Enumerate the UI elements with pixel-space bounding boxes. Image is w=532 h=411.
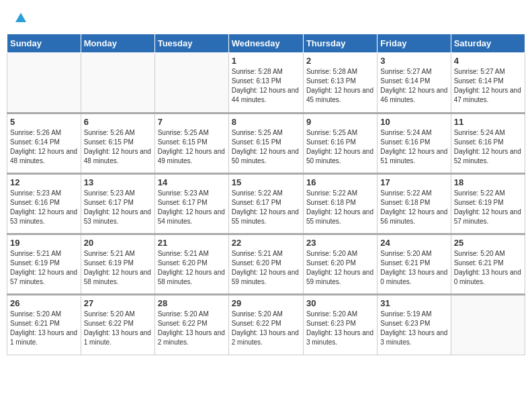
calendar-cell: 20Sunrise: 5:21 AMSunset: 6:19 PMDayligh…: [81, 234, 154, 295]
day-info: Sunrise: 5:21 AMSunset: 6:20 PMDaylight:…: [232, 249, 300, 287]
calendar-cell: 5Sunrise: 5:26 AMSunset: 6:14 PMDaylight…: [7, 113, 81, 174]
day-info: Sunrise: 5:21 AMSunset: 6:20 PMDaylight:…: [158, 249, 226, 287]
calendar-cell: 26Sunrise: 5:20 AMSunset: 6:21 PMDayligh…: [7, 295, 81, 355]
day-number: 26: [10, 298, 78, 308]
calendar-cell: 10Sunrise: 5:24 AMSunset: 6:16 PMDayligh…: [378, 113, 451, 174]
page-header: [7, 7, 525, 27]
day-number: 27: [84, 298, 152, 308]
calendar-cell: 31Sunrise: 5:19 AMSunset: 6:23 PMDayligh…: [378, 295, 451, 355]
day-info: Sunrise: 5:26 AMSunset: 6:14 PMDaylight:…: [10, 128, 78, 166]
calendar-cell: 27Sunrise: 5:20 AMSunset: 6:22 PMDayligh…: [81, 295, 154, 355]
day-number: 20: [84, 238, 152, 248]
calendar-cell: 13Sunrise: 5:23 AMSunset: 6:17 PMDayligh…: [81, 174, 154, 234]
day-info: Sunrise: 5:22 AMSunset: 6:19 PMDaylight:…: [454, 189, 522, 226]
day-number: 24: [380, 238, 447, 248]
weekday-header-friday: Friday: [378, 34, 451, 53]
calendar-cell: 4Sunrise: 5:27 AMSunset: 6:14 PMDaylight…: [451, 53, 525, 113]
calendar-cell: 21Sunrise: 5:21 AMSunset: 6:20 PMDayligh…: [154, 234, 228, 295]
day-number: 4: [454, 56, 522, 66]
weekday-header-tuesday: Tuesday: [154, 34, 228, 53]
day-number: 10: [380, 117, 447, 127]
calendar-cell: 16Sunrise: 5:22 AMSunset: 6:18 PMDayligh…: [303, 174, 377, 234]
calendar-week-row: 5Sunrise: 5:26 AMSunset: 6:14 PMDaylight…: [7, 113, 525, 174]
day-info: Sunrise: 5:25 AMSunset: 6:15 PMDaylight:…: [158, 128, 226, 166]
logo-icon: [15, 11, 27, 24]
day-number: 12: [10, 177, 78, 187]
day-number: 1: [232, 56, 300, 66]
day-info: Sunrise: 5:21 AMSunset: 6:19 PMDaylight:…: [10, 249, 78, 287]
calendar-cell: 15Sunrise: 5:22 AMSunset: 6:17 PMDayligh…: [228, 174, 303, 234]
day-info: Sunrise: 5:20 AMSunset: 6:21 PMDaylight:…: [380, 249, 447, 287]
weekday-header-wednesday: Wednesday: [228, 34, 303, 53]
day-number: 30: [306, 298, 374, 308]
day-info: Sunrise: 5:20 AMSunset: 6:20 PMDaylight:…: [306, 249, 374, 287]
calendar-cell: 9Sunrise: 5:25 AMSunset: 6:16 PMDaylight…: [303, 113, 377, 174]
day-info: Sunrise: 5:20 AMSunset: 6:21 PMDaylight:…: [10, 310, 78, 347]
day-number: 16: [306, 177, 374, 187]
day-info: Sunrise: 5:20 AMSunset: 6:22 PMDaylight:…: [232, 310, 300, 347]
day-info: Sunrise: 5:20 AMSunset: 6:23 PMDaylight:…: [306, 310, 374, 347]
calendar-cell: 17Sunrise: 5:22 AMSunset: 6:18 PMDayligh…: [378, 174, 451, 234]
day-info: Sunrise: 5:21 AMSunset: 6:19 PMDaylight:…: [84, 249, 152, 287]
svg-marker-0: [15, 13, 26, 22]
day-number: 28: [158, 298, 226, 308]
calendar-header-row: SundayMondayTuesdayWednesdayThursdayFrid…: [7, 34, 525, 53]
calendar-cell: 24Sunrise: 5:20 AMSunset: 6:21 PMDayligh…: [378, 234, 451, 295]
day-number: 22: [232, 238, 300, 248]
day-number: 23: [306, 238, 374, 248]
day-info: Sunrise: 5:23 AMSunset: 6:17 PMDaylight:…: [84, 189, 152, 226]
day-info: Sunrise: 5:26 AMSunset: 6:15 PMDaylight:…: [84, 128, 152, 166]
calendar-cell: [154, 53, 228, 113]
calendar-cell: 30Sunrise: 5:20 AMSunset: 6:23 PMDayligh…: [303, 295, 377, 355]
calendar-week-row: 12Sunrise: 5:23 AMSunset: 6:16 PMDayligh…: [7, 174, 525, 234]
day-info: Sunrise: 5:27 AMSunset: 6:14 PMDaylight:…: [454, 67, 522, 105]
calendar-cell: 12Sunrise: 5:23 AMSunset: 6:16 PMDayligh…: [7, 174, 81, 234]
calendar-table: SundayMondayTuesdayWednesdayThursdayFrid…: [7, 34, 525, 355]
calendar-cell: 7Sunrise: 5:25 AMSunset: 6:15 PMDaylight…: [154, 113, 228, 174]
day-info: Sunrise: 5:20 AMSunset: 6:22 PMDaylight:…: [84, 310, 152, 347]
day-number: 5: [10, 117, 78, 127]
weekday-header-thursday: Thursday: [303, 34, 377, 53]
calendar-cell: [81, 53, 154, 113]
calendar-cell: 3Sunrise: 5:27 AMSunset: 6:14 PMDaylight…: [378, 53, 451, 113]
calendar-cell: 2Sunrise: 5:28 AMSunset: 6:13 PMDaylight…: [303, 53, 377, 113]
calendar-cell: 1Sunrise: 5:28 AMSunset: 6:13 PMDaylight…: [228, 53, 303, 113]
day-info: Sunrise: 5:28 AMSunset: 6:13 PMDaylight:…: [306, 67, 374, 105]
calendar-week-row: 1Sunrise: 5:28 AMSunset: 6:13 PMDaylight…: [7, 53, 525, 113]
day-number: 15: [232, 177, 300, 187]
day-number: 25: [454, 238, 522, 248]
day-number: 14: [158, 177, 226, 187]
day-info: Sunrise: 5:20 AMSunset: 6:21 PMDaylight:…: [454, 249, 522, 287]
day-info: Sunrise: 5:19 AMSunset: 6:23 PMDaylight:…: [380, 310, 447, 347]
day-info: Sunrise: 5:22 AMSunset: 6:18 PMDaylight:…: [306, 189, 374, 226]
day-info: Sunrise: 5:20 AMSunset: 6:22 PMDaylight:…: [158, 310, 226, 347]
calendar-cell: 8Sunrise: 5:25 AMSunset: 6:15 PMDaylight…: [228, 113, 303, 174]
day-info: Sunrise: 5:28 AMSunset: 6:13 PMDaylight:…: [232, 67, 300, 105]
calendar-cell: 29Sunrise: 5:20 AMSunset: 6:22 PMDayligh…: [228, 295, 303, 355]
day-info: Sunrise: 5:27 AMSunset: 6:14 PMDaylight:…: [380, 67, 447, 105]
day-info: Sunrise: 5:22 AMSunset: 6:17 PMDaylight:…: [232, 189, 300, 226]
day-info: Sunrise: 5:25 AMSunset: 6:16 PMDaylight:…: [306, 128, 374, 166]
day-number: 19: [10, 238, 78, 248]
day-number: 6: [84, 117, 152, 127]
weekday-header-saturday: Saturday: [451, 34, 525, 53]
calendar-cell: 18Sunrise: 5:22 AMSunset: 6:19 PMDayligh…: [451, 174, 525, 234]
day-number: 18: [454, 177, 522, 187]
calendar-cell: 23Sunrise: 5:20 AMSunset: 6:20 PMDayligh…: [303, 234, 377, 295]
day-info: Sunrise: 5:23 AMSunset: 6:16 PMDaylight:…: [10, 189, 78, 226]
calendar-cell: 6Sunrise: 5:26 AMSunset: 6:15 PMDaylight…: [81, 113, 154, 174]
day-info: Sunrise: 5:25 AMSunset: 6:15 PMDaylight:…: [232, 128, 300, 166]
calendar-cell: [7, 53, 81, 113]
weekday-header-sunday: Sunday: [7, 34, 81, 53]
day-number: 13: [84, 177, 152, 187]
calendar-cell: 25Sunrise: 5:20 AMSunset: 6:21 PMDayligh…: [451, 234, 525, 295]
calendar-week-row: 19Sunrise: 5:21 AMSunset: 6:19 PMDayligh…: [7, 234, 525, 295]
day-number: 17: [380, 177, 447, 187]
logo: [13, 10, 27, 24]
calendar-cell: 22Sunrise: 5:21 AMSunset: 6:20 PMDayligh…: [228, 234, 303, 295]
day-info: Sunrise: 5:24 AMSunset: 6:16 PMDaylight:…: [380, 128, 447, 166]
calendar-cell: 11Sunrise: 5:24 AMSunset: 6:16 PMDayligh…: [451, 113, 525, 174]
calendar-cell: 14Sunrise: 5:23 AMSunset: 6:17 PMDayligh…: [154, 174, 228, 234]
day-info: Sunrise: 5:22 AMSunset: 6:18 PMDaylight:…: [380, 189, 447, 226]
weekday-header-monday: Monday: [81, 34, 154, 53]
